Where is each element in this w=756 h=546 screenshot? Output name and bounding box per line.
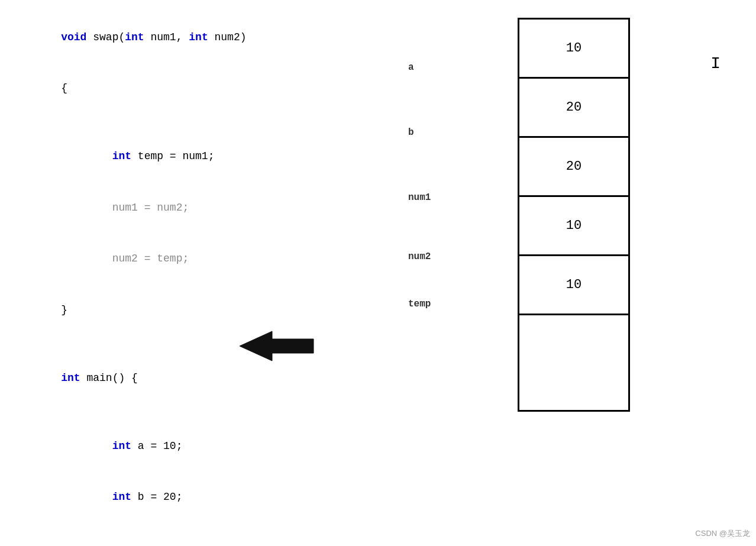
label-a: a [408,62,414,73]
code-line-14: swap(a, b); [35,540,402,546]
code-line-1: void swap(int num1, int num2) [35,12,402,63]
code-line-7: } [35,285,402,335]
code-line-6: num2 = temp; [35,233,402,284]
code-line-3 [35,114,402,131]
code-line-11: int a = 10; [35,421,402,471]
code-line-4: int temp = num1; [35,131,402,182]
svg-marker-0 [240,331,314,361]
code-line-13 [35,523,402,540]
stack-container: 10 20 20 10 10 [518,18,630,412]
label-b: b [408,127,414,138]
left-arrow-svg [237,328,319,364]
stack-cell-a: 10 [519,20,628,79]
code-line-9: int main() { [35,353,402,403]
code-section: void swap(int num1, int num2) { int temp… [35,12,402,546]
stack-section: 10 20 20 10 10 [518,18,630,412]
stack-cell-num1: 20 [519,138,628,197]
stack-cell-num2: 10 [519,197,628,256]
stack-cell-b: 20 [519,79,628,138]
arrow-section [237,328,319,367]
cursor-caret: I [710,54,721,73]
stack-cell-temp: 10 [519,256,628,315]
watermark: CSDN @吴玉龙 [695,528,750,539]
label-temp: temp [408,299,431,309]
stack-cell-empty [519,315,628,410]
label-num1: num1 [408,192,431,203]
label-num2: num2 [408,251,431,262]
code-line-8 [35,335,402,353]
code-line-12: int b = 20; [35,472,402,523]
code-line-2: { [35,63,402,114]
code-line-5: num1 = num2; [35,182,402,233]
code-line-10 [35,403,402,421]
